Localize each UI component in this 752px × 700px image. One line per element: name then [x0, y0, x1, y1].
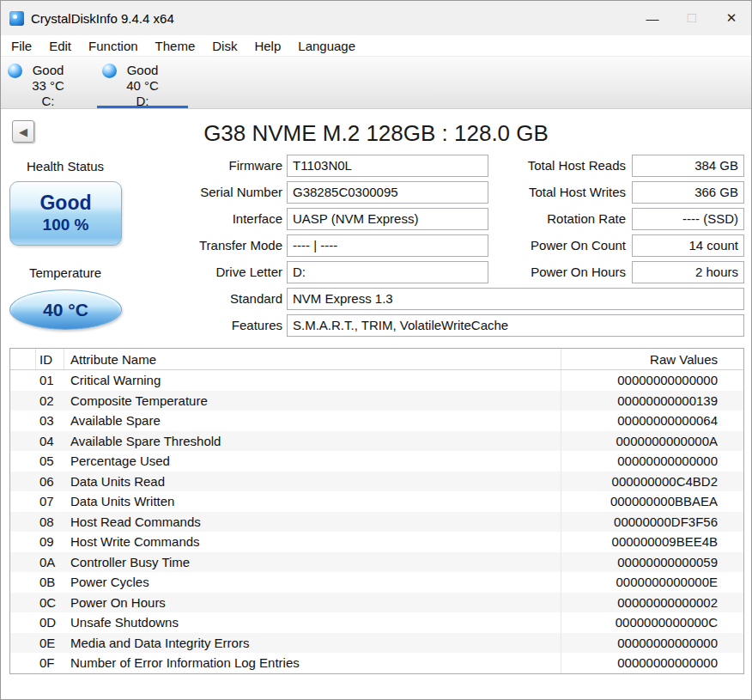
drive-tab-c[interactable]: Good 33 °C C:	[1, 57, 95, 108]
attribute-raw-value: 00000000000064	[561, 413, 743, 428]
health-status-button[interactable]: Good 100 %	[9, 181, 122, 246]
smart-table-row[interactable]: 0A Controller Busy Time 00000000000059	[10, 552, 743, 573]
smart-table-row[interactable]: 01 Critical Warning 00000000000000	[10, 370, 743, 391]
attribute-raw-value: 00000000000139	[561, 393, 743, 408]
disk-title: G38 NVME M.2 128GB : 128.0 GB	[52, 120, 700, 147]
smart-table-row[interactable]: 0B Power Cycles 0000000000000E	[10, 572, 743, 593]
raw-values-column-header[interactable]: Raw Values	[561, 349, 743, 369]
smart-table-row[interactable]: 0D Unsafe Shutdowns 0000000000000C	[10, 612, 743, 633]
info-fields-wide: Standard NVM Express 1.3 Features S.M.A.…	[130, 288, 744, 341]
menu-item[interactable]: Edit	[40, 38, 80, 54]
attribute-raw-value: 0000000000000E	[561, 575, 743, 589]
status-column-header[interactable]	[10, 349, 36, 369]
health-percent-value: 100 %	[43, 215, 89, 235]
smart-table-row[interactable]: 07 Data Units Written 000000000BBAEA	[10, 491, 743, 512]
menu-item[interactable]: Help	[246, 38, 289, 54]
attribute-raw-value: 000000000BBAEA	[561, 494, 743, 508]
drive-status-orb-icon	[8, 64, 22, 78]
attribute-name: Composite Temperature	[64, 391, 561, 411]
drive-strip: Good 33 °C C: Good 40 °C D:	[1, 56, 751, 109]
info-field-label: Features	[130, 314, 282, 337]
info-field-value: S.M.A.R.T., TRIM, VolatileWriteCache	[287, 314, 744, 337]
drive-tab-d[interactable]: Good 40 °C D:	[95, 57, 190, 108]
menu-item[interactable]: Theme	[147, 38, 204, 54]
info-field-value: D:	[287, 261, 488, 283]
stat-field-label: Total Host Writes	[494, 181, 626, 204]
stat-field-label: Power On Hours	[494, 261, 626, 283]
stat-field-row: Rotation Rate ---- (SSD)	[494, 208, 744, 230]
info-field-label: Interface	[130, 208, 282, 230]
info-field-row: Transfer Mode ---- | ----	[130, 234, 488, 257]
info-field-value: ---- | ----	[287, 234, 488, 257]
smart-table-row[interactable]: 0E Media and Data Integrity Errors 00000…	[10, 633, 743, 654]
info-field-label: Transfer Mode	[130, 234, 282, 257]
maximize-button[interactable]: □	[672, 1, 712, 35]
smart-table-body: 01 Critical Warning 00000000000000 02 Co…	[10, 370, 743, 673]
title-bar[interactable]: CrystalDiskInfo 9.4.4 x64 — □ ✕	[1, 1, 751, 35]
attribute-raw-value: 00000000000000	[561, 453, 743, 468]
stat-field-value: 366 GB	[632, 181, 744, 204]
attribute-name: Power On Hours	[64, 593, 561, 613]
smart-table-row[interactable]: 0C Power On Hours 00000000000002	[10, 593, 743, 613]
smart-table-row[interactable]: 0F Number of Error Information Log Entri…	[10, 653, 743, 673]
back-button[interactable]: ◀	[12, 120, 34, 143]
stat-field-value: 2 hours	[632, 261, 744, 283]
info-field-label: Firmware	[130, 155, 282, 177]
info-field-row: Standard NVM Express 1.3	[130, 288, 744, 310]
attribute-raw-value: 00000000000000	[561, 655, 743, 670]
smart-table-row[interactable]: 04 Available Spare Threshold 00000000000…	[10, 431, 743, 452]
smart-table-row[interactable]: 08 Host Read Commands 00000000DF3F56	[10, 512, 743, 533]
attribute-id: 0F	[36, 655, 64, 670]
attribute-name: Host Read Commands	[64, 512, 561, 533]
smart-table-row[interactable]: 06 Data Units Read 000000000C4BD2	[10, 472, 743, 492]
drive-temperature: 33 °C	[1, 78, 95, 94]
window-controls: — □ ✕	[633, 1, 751, 35]
menu-item[interactable]: Disk	[203, 38, 246, 54]
menu-item[interactable]: File	[3, 38, 40, 54]
minimize-button[interactable]: —	[633, 1, 672, 35]
attribute-raw-value: 00000000000002	[561, 595, 743, 610]
smart-table-row[interactable]: 09 Host Write Commands 000000009BEE4B	[10, 532, 743, 552]
menu-item[interactable]: Function	[80, 38, 147, 54]
stat-field-label: Total Host Reads	[494, 155, 626, 177]
stat-field-row: Power On Hours 2 hours	[494, 261, 744, 283]
smart-attribute-table: ID Attribute Name Raw Values 01 Critical…	[9, 348, 744, 674]
info-field-label: Serial Number	[130, 181, 282, 204]
smart-table-row[interactable]: 03 Available Spare 00000000000064	[10, 411, 743, 431]
attribute-id: 04	[36, 434, 64, 448]
info-field-row: Features S.M.A.R.T., TRIM, VolatileWrite…	[130, 314, 744, 337]
temperature-label: Temperature	[6, 265, 124, 280]
attribute-name: Host Write Commands	[64, 532, 561, 552]
drive-letter: D:	[95, 94, 190, 109]
attribute-raw-value: 0000000000000A	[561, 434, 743, 448]
attribute-name-column-header[interactable]: Attribute Name	[64, 349, 561, 369]
info-field-row: Firmware T1103N0L	[130, 155, 488, 177]
temperature-indicator: 40 °C	[9, 289, 122, 330]
attribute-id: 02	[36, 393, 64, 408]
attribute-id: 0B	[36, 575, 64, 589]
close-button[interactable]: ✕	[712, 1, 751, 35]
smart-table-row[interactable]: 02 Composite Temperature 00000000000139	[10, 391, 743, 411]
menu-item[interactable]: Language	[289, 38, 364, 54]
attribute-id: 0C	[36, 595, 64, 610]
attribute-raw-value: 00000000000059	[561, 555, 743, 569]
drive-status-orb-icon	[102, 64, 117, 78]
stat-field-value: ---- (SSD)	[632, 208, 744, 230]
attribute-name: Data Units Read	[64, 472, 561, 492]
info-field-row: Serial Number G38285C0300095	[130, 181, 488, 204]
smart-table-row[interactable]: 05 Percentage Used 00000000000000	[10, 451, 743, 472]
stat-fields: Total Host Reads 384 GB Total Host Write…	[494, 155, 744, 288]
info-field-label: Drive Letter	[130, 261, 282, 283]
attribute-raw-value: 00000000DF3F56	[561, 514, 743, 529]
menu-bar: File Edit Function Theme Disk Help Langu…	[1, 35, 751, 56]
attribute-raw-value: 00000000000000	[561, 373, 743, 387]
attribute-raw-value: 000000000C4BD2	[561, 474, 743, 489]
info-field-label: Standard	[130, 288, 282, 310]
health-status-value: Good	[39, 192, 91, 215]
drive-letter: C:	[1, 94, 95, 109]
info-field-value: G38285C0300095	[287, 181, 488, 204]
attribute-name: Data Units Written	[64, 491, 561, 512]
attribute-raw-value: 0000000000000C	[561, 615, 743, 630]
id-column-header[interactable]: ID	[36, 349, 64, 369]
attribute-name: Percentage Used	[64, 451, 561, 472]
